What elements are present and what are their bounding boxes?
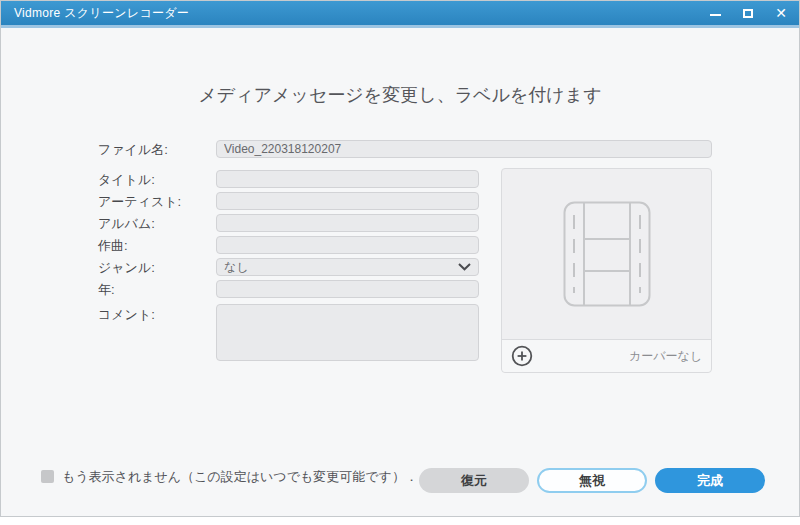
title-input[interactable] (216, 170, 479, 188)
app-window: Vidmore スクリーンレコーダー ✕ メディアメッセージを変更し、ラベルを付… (0, 0, 800, 517)
page-title: メディアメッセージを変更し、ラベルを付けます (1, 83, 799, 107)
artist-input[interactable] (216, 192, 479, 210)
filename-input[interactable] (216, 140, 712, 158)
done-button[interactable]: 完成 (655, 468, 765, 493)
comment-textarea[interactable] (216, 304, 479, 361)
artist-label: アーティスト: (98, 193, 181, 211)
close-icon: ✕ (775, 6, 787, 20)
album-input[interactable] (216, 214, 479, 232)
filename-label: ファイル名: (98, 141, 168, 159)
window-controls: ✕ (707, 1, 789, 25)
album-label: アルバム: (98, 215, 155, 233)
title-label: タイトル: (98, 171, 155, 189)
dont-show-again-checkbox[interactable] (41, 470, 54, 483)
no-cover-status: カーバーなし (629, 348, 702, 365)
maximize-icon (743, 9, 753, 18)
cover-preview (502, 169, 711, 339)
genre-select[interactable]: なし (216, 258, 479, 276)
cover-toolbar: カーバーなし (502, 339, 711, 372)
minimize-button[interactable] (707, 5, 723, 21)
window-title: Vidmore スクリーンレコーダー (1, 5, 189, 22)
minimize-icon (710, 14, 721, 16)
year-label: 年: (98, 281, 115, 299)
genre-selected-value: なし (224, 259, 249, 276)
plus-circle-icon (511, 345, 533, 367)
titlebar[interactable]: Vidmore スクリーンレコーダー ✕ (1, 1, 799, 28)
close-button[interactable]: ✕ (773, 5, 789, 21)
year-input[interactable] (216, 280, 479, 298)
cover-panel: カーバーなし (501, 168, 712, 373)
maximize-button[interactable] (740, 5, 756, 21)
add-cover-button[interactable] (511, 345, 533, 367)
genre-label: ジャンル: (98, 259, 155, 277)
ignore-button[interactable]: 無視 (537, 468, 647, 493)
chevron-down-icon (458, 263, 471, 271)
comment-label: コメント: (98, 306, 155, 324)
composer-label: 作曲: (98, 237, 128, 255)
filmstrip-icon (563, 201, 651, 307)
composer-input[interactable] (216, 236, 479, 254)
restore-button[interactable]: 復元 (419, 468, 529, 493)
dont-show-again-label[interactable]: もう表示されません（この設定はいつでも変更可能です）． (62, 468, 418, 486)
